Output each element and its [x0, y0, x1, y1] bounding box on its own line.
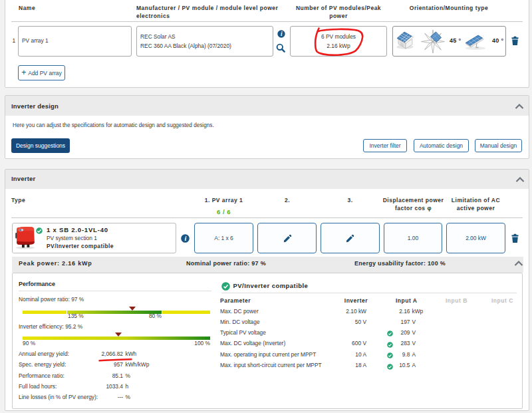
svg-text:i: i	[184, 235, 186, 242]
svg-text:i: i	[281, 31, 283, 37]
